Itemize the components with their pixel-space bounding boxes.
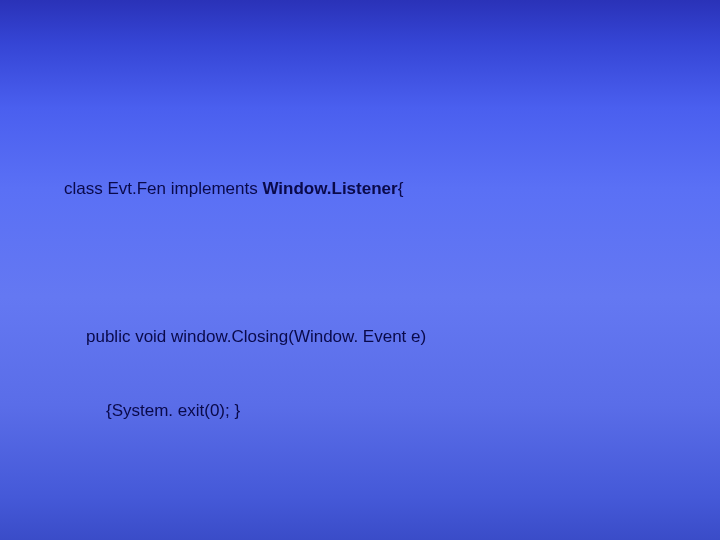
code-line-2: public void window.Closing(Window. Event… <box>86 325 471 350</box>
code-block: class Evt.Fen implements Window.Listener… <box>64 128 471 540</box>
slide: class Evt.Fen implements Window.Listener… <box>0 0 720 540</box>
blank-line <box>64 251 471 276</box>
blank-line <box>64 473 471 498</box>
code-line-3: {System. exit(0); } <box>106 399 471 424</box>
code-line-1: class Evt.Fen implements Window.Listener… <box>64 177 471 202</box>
code-text: { <box>398 179 404 198</box>
code-text-bold: Window.Listener <box>262 179 397 198</box>
code-text: class Evt.Fen implements <box>64 179 262 198</box>
